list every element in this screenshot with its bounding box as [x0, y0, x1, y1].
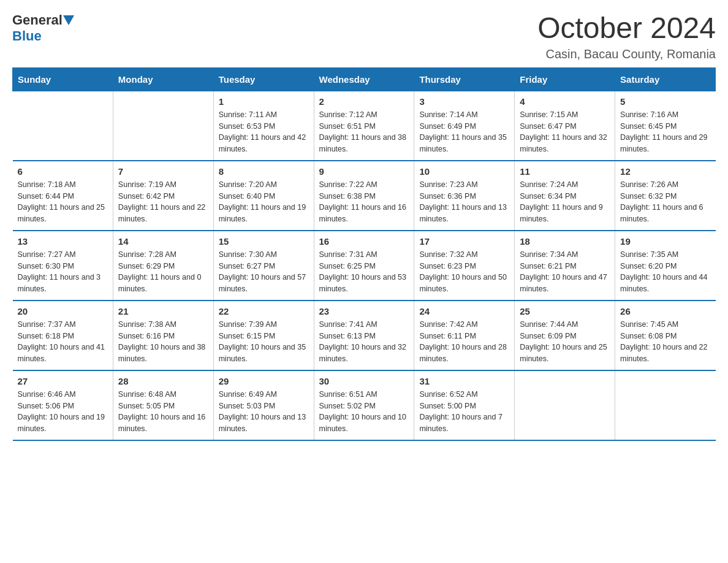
day-number: 2: [319, 96, 409, 107]
day-info: Sunrise: 7:37 AMSunset: 6:18 PMDaylight:…: [18, 319, 108, 365]
calendar-week-4: 20Sunrise: 7:37 AMSunset: 6:18 PMDayligh…: [13, 301, 716, 370]
calendar-cell-w4-d7: 26Sunrise: 7:45 AMSunset: 6:08 PMDayligh…: [615, 301, 716, 370]
calendar-cell-w5-d7: [615, 370, 716, 440]
month-year-title: October 2024: [537, 12, 716, 45]
calendar-cell-w2-d5: 10Sunrise: 7:23 AMSunset: 6:36 PMDayligh…: [414, 161, 515, 231]
calendar-cell-w4-d1: 20Sunrise: 7:37 AMSunset: 6:18 PMDayligh…: [13, 301, 113, 370]
header-monday: Monday: [113, 67, 213, 91]
day-number: 24: [419, 306, 509, 316]
calendar-cell-w2-d1: 6Sunrise: 7:18 AMSunset: 6:44 PMDaylight…: [13, 161, 113, 231]
day-number: 14: [118, 236, 208, 247]
calendar-cell-w5-d6: [515, 370, 615, 440]
day-number: 16: [319, 236, 409, 247]
day-info: Sunrise: 7:16 AMSunset: 6:45 PMDaylight:…: [620, 109, 710, 155]
day-info: Sunrise: 6:46 AMSunset: 5:06 PMDaylight:…: [18, 389, 108, 435]
day-info: Sunrise: 7:20 AMSunset: 6:40 PMDaylight:…: [219, 179, 309, 225]
calendar-cell-w5-d4: 30Sunrise: 6:51 AMSunset: 5:02 PMDayligh…: [314, 370, 414, 440]
day-info: Sunrise: 7:41 AMSunset: 6:13 PMDaylight:…: [319, 319, 409, 365]
calendar-cell-w3-d1: 13Sunrise: 7:27 AMSunset: 6:30 PMDayligh…: [13, 231, 113, 301]
day-number: 19: [620, 236, 710, 247]
header-tuesday: Tuesday: [213, 67, 314, 91]
calendar-week-3: 13Sunrise: 7:27 AMSunset: 6:30 PMDayligh…: [13, 231, 716, 301]
day-number: 9: [319, 166, 409, 177]
day-number: 18: [520, 236, 610, 247]
logo: General Blue: [12, 12, 74, 44]
day-info: Sunrise: 6:48 AMSunset: 5:05 PMDaylight:…: [118, 389, 208, 435]
location-subtitle: Casin, Bacau County, Romania: [537, 47, 716, 61]
calendar-header-row: Sunday Monday Tuesday Wednesday Thursday…: [13, 67, 716, 91]
calendar-cell-w2-d7: 12Sunrise: 7:26 AMSunset: 6:32 PMDayligh…: [615, 161, 716, 231]
day-info: Sunrise: 7:24 AMSunset: 6:34 PMDaylight:…: [520, 179, 610, 225]
day-info: Sunrise: 7:28 AMSunset: 6:29 PMDaylight:…: [118, 249, 208, 295]
day-info: Sunrise: 7:39 AMSunset: 6:15 PMDaylight:…: [219, 319, 309, 365]
day-number: 1: [219, 96, 309, 107]
calendar-cell-w1-d7: 5Sunrise: 7:16 AMSunset: 6:45 PMDaylight…: [615, 91, 716, 161]
header-saturday: Saturday: [615, 67, 716, 91]
day-number: 17: [419, 236, 509, 247]
calendar-cell-w3-d5: 17Sunrise: 7:32 AMSunset: 6:23 PMDayligh…: [414, 231, 515, 301]
calendar-week-1: 1Sunrise: 7:11 AMSunset: 6:53 PMDaylight…: [13, 91, 716, 161]
calendar-cell-w3-d2: 14Sunrise: 7:28 AMSunset: 6:29 PMDayligh…: [113, 231, 213, 301]
calendar-cell-w5-d1: 27Sunrise: 6:46 AMSunset: 5:06 PMDayligh…: [13, 370, 113, 440]
day-info: Sunrise: 7:27 AMSunset: 6:30 PMDaylight:…: [18, 249, 108, 295]
day-info: Sunrise: 7:35 AMSunset: 6:20 PMDaylight:…: [620, 249, 710, 295]
day-number: 3: [419, 96, 509, 107]
day-info: Sunrise: 6:52 AMSunset: 5:00 PMDaylight:…: [419, 389, 509, 435]
calendar-cell-w1-d4: 2Sunrise: 7:12 AMSunset: 6:51 PMDaylight…: [314, 91, 414, 161]
calendar-cell-w4-d5: 24Sunrise: 7:42 AMSunset: 6:11 PMDayligh…: [414, 301, 515, 370]
day-info: Sunrise: 7:31 AMSunset: 6:25 PMDaylight:…: [319, 249, 409, 295]
day-info: Sunrise: 7:44 AMSunset: 6:09 PMDaylight:…: [520, 319, 610, 365]
calendar-cell-w3-d6: 18Sunrise: 7:34 AMSunset: 6:21 PMDayligh…: [515, 231, 615, 301]
calendar-cell-w4-d3: 22Sunrise: 7:39 AMSunset: 6:15 PMDayligh…: [213, 301, 314, 370]
logo-general: General: [12, 12, 63, 28]
calendar-week-2: 6Sunrise: 7:18 AMSunset: 6:44 PMDaylight…: [13, 161, 716, 231]
calendar-cell-w5-d2: 28Sunrise: 6:48 AMSunset: 5:05 PMDayligh…: [113, 370, 213, 440]
day-number: 30: [319, 376, 409, 386]
day-number: 10: [419, 166, 509, 177]
calendar-cell-w5-d5: 31Sunrise: 6:52 AMSunset: 5:00 PMDayligh…: [414, 370, 515, 440]
day-info: Sunrise: 7:42 AMSunset: 6:11 PMDaylight:…: [419, 319, 509, 365]
calendar-cell-w2-d3: 8Sunrise: 7:20 AMSunset: 6:40 PMDaylight…: [213, 161, 314, 231]
day-number: 15: [219, 236, 309, 247]
day-number: 13: [18, 236, 108, 247]
day-number: 28: [118, 376, 208, 386]
day-info: Sunrise: 6:51 AMSunset: 5:02 PMDaylight:…: [319, 389, 409, 435]
day-number: 8: [219, 166, 309, 177]
title-section: October 2024 Casin, Bacau County, Romani…: [537, 12, 716, 61]
day-number: 12: [620, 166, 710, 177]
day-info: Sunrise: 7:11 AMSunset: 6:53 PMDaylight:…: [219, 109, 309, 155]
calendar-cell-w1-d3: 1Sunrise: 7:11 AMSunset: 6:53 PMDaylight…: [213, 91, 314, 161]
day-info: Sunrise: 7:23 AMSunset: 6:36 PMDaylight:…: [419, 179, 509, 225]
day-info: Sunrise: 7:18 AMSunset: 6:44 PMDaylight:…: [18, 179, 108, 225]
day-number: 27: [18, 376, 108, 386]
day-number: 7: [118, 166, 208, 177]
calendar-cell-w1-d6: 4Sunrise: 7:15 AMSunset: 6:47 PMDaylight…: [515, 91, 615, 161]
calendar-cell-w5-d3: 29Sunrise: 6:49 AMSunset: 5:03 PMDayligh…: [213, 370, 314, 440]
day-number: 4: [520, 96, 610, 107]
day-number: 5: [620, 96, 710, 107]
calendar-cell-w3-d3: 15Sunrise: 7:30 AMSunset: 6:27 PMDayligh…: [213, 231, 314, 301]
header-wednesday: Wednesday: [314, 67, 414, 91]
day-info: Sunrise: 7:22 AMSunset: 6:38 PMDaylight:…: [319, 179, 409, 225]
calendar-cell-w2-d2: 7Sunrise: 7:19 AMSunset: 6:42 PMDaylight…: [113, 161, 213, 231]
day-number: 26: [620, 306, 710, 316]
calendar-cell-w1-d2: [113, 91, 213, 161]
day-info: Sunrise: 7:32 AMSunset: 6:23 PMDaylight:…: [419, 249, 509, 295]
logo-blue: Blue: [12, 28, 74, 44]
day-number: 25: [520, 306, 610, 316]
day-info: Sunrise: 7:34 AMSunset: 6:21 PMDaylight:…: [520, 249, 610, 295]
day-info: Sunrise: 7:12 AMSunset: 6:51 PMDaylight:…: [319, 109, 409, 155]
calendar-cell-w4-d6: 25Sunrise: 7:44 AMSunset: 6:09 PMDayligh…: [515, 301, 615, 370]
calendar-cell-w1-d5: 3Sunrise: 7:14 AMSunset: 6:49 PMDaylight…: [414, 91, 515, 161]
calendar-cell-w1-d1: [13, 91, 113, 161]
calendar-cell-w4-d2: 21Sunrise: 7:38 AMSunset: 6:16 PMDayligh…: [113, 301, 213, 370]
calendar-week-5: 27Sunrise: 6:46 AMSunset: 5:06 PMDayligh…: [13, 370, 716, 440]
day-info: Sunrise: 7:15 AMSunset: 6:47 PMDaylight:…: [520, 109, 610, 155]
calendar-cell-w4-d4: 23Sunrise: 7:41 AMSunset: 6:13 PMDayligh…: [314, 301, 414, 370]
day-number: 31: [419, 376, 509, 386]
day-info: Sunrise: 7:45 AMSunset: 6:08 PMDaylight:…: [620, 319, 710, 365]
header-friday: Friday: [515, 67, 615, 91]
day-info: Sunrise: 7:14 AMSunset: 6:49 PMDaylight:…: [419, 109, 509, 155]
day-number: 21: [118, 306, 208, 316]
day-number: 22: [219, 306, 309, 316]
